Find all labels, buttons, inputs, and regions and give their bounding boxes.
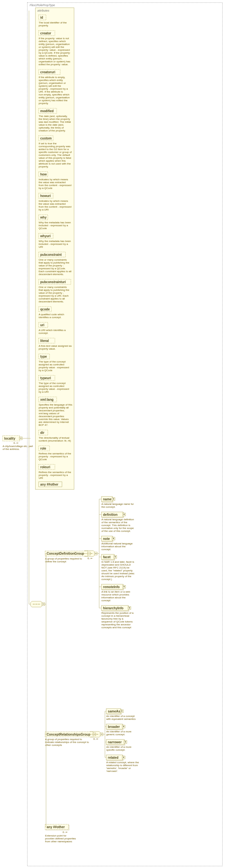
svg-point-148 — [39, 604, 39, 605]
svg-text:URI: URI — [39, 246, 43, 248]
svg-text:hierarchyInfo: hierarchyInfo — [103, 607, 123, 610]
svg-text:0..∞: 0..∞ — [63, 831, 67, 834]
svg-text:A free-text value assigned as: A free-text value assigned as — [39, 344, 72, 347]
svg-text:concept.: concept. — [102, 548, 111, 551]
svg-text:value is defined, specifies: value is defined, specifies — [39, 54, 68, 57]
svg-text:entity (person, organisation: entity (person, organisation — [39, 43, 70, 45]
svg-text:should be used instead.(was:: should be used instead.(was: — [102, 572, 135, 575]
svg-text:property value - expressed: property value - expressed — [39, 388, 69, 391]
svg-point-147 — [36, 604, 37, 605]
svg-text:An identifier of a more: An identifier of a more — [106, 746, 132, 748]
svg-text:of the semantics of the: of the semantics of the — [102, 521, 128, 524]
svg-text:One or many constraints: One or many constraints — [39, 286, 67, 288]
svg-text:related: related — [108, 756, 118, 760]
svg-text:broader: broader — [108, 725, 120, 728]
svg-text:xml:lang values of: xml:lang values of — [39, 412, 60, 415]
svg-text:concept.): concept.) — [102, 578, 112, 581]
svg-text:attribute is not used with the: attribute is not used with the — [39, 162, 71, 165]
attributes-container: attributesidThe local identifier of thep… — [35, 8, 74, 490]
svg-text:A link to an item or a web: A link to an item or a web — [102, 590, 131, 593]
svg-text:Each constraint applies to all: Each constraint applies to all — [39, 270, 72, 273]
svg-text:The directionality of textual: The directionality of textual — [39, 436, 69, 439]
svg-text:descendant elements.: descendant elements. — [39, 273, 64, 276]
svg-text:A group of properties required: A group of properties required to — [45, 738, 82, 741]
svg-text:sameAs: sameAs — [108, 710, 120, 713]
svg-text:from the content - expressed: from the content - expressed — [39, 184, 72, 187]
svg-text:property.: property. — [39, 24, 49, 27]
svg-text:+: + — [121, 710, 123, 713]
svg-text:descendant properties.: descendant properties. — [39, 409, 65, 412]
svg-point-256 — [97, 734, 98, 735]
svg-text:included - expressed by a: included - expressed by a — [39, 243, 68, 246]
svg-text:property and potentially all: property and potentially all — [39, 406, 69, 409]
svg-text:+: + — [113, 537, 114, 540]
svg-text:property - expressed by a: property - expressed by a — [39, 87, 68, 90]
svg-text:literal: literal — [40, 339, 49, 343]
svg-text:used, the "related" property: used, the "related" property — [102, 569, 133, 572]
svg-text:Refines the semantics of the: Refines the semantics of the — [39, 471, 71, 474]
svg-text:expressed by a URI. Each: expressed by a URI. Each — [39, 294, 68, 297]
svg-text:relationship is different from: relationship is different from — [106, 764, 138, 767]
svg-text:are determined by Internet: are determined by Internet — [39, 421, 69, 424]
svg-text:howuri: howuri — [40, 194, 51, 198]
svg-text:pubconstrainturi: pubconstrainturi — [40, 280, 66, 284]
svg-text:by a URI: by a URI — [39, 391, 49, 393]
svg-text:A city/town/village etc. part: A city/town/village etc. part — [3, 445, 33, 448]
svg-text:expressed by a QCode.: expressed by a QCode. — [39, 267, 66, 270]
svg-text:or system) has edited the: or system) has edited the — [39, 99, 67, 102]
svg-text:(person, organisation or: (person, organisation or — [39, 82, 66, 85]
svg-text:Indicates by which means: Indicates by which means — [39, 178, 68, 181]
svg-text:property.: property. — [39, 102, 49, 105]
svg-text:any ##other: any ##other — [40, 483, 58, 486]
svg-text:how: how — [40, 173, 47, 176]
svg-text:by a QCode: by a QCode — [39, 187, 53, 190]
svg-text:Represents the position of a: Represents the position of a — [102, 612, 134, 615]
svg-text:0..∞: 0..∞ — [93, 738, 98, 740]
svg-text:A URI which identifies a: A URI which identifies a — [39, 329, 66, 332]
svg-text:id: id — [40, 16, 43, 19]
svg-text:creator: creator — [40, 31, 51, 35]
svg-text:descendant elements.: descendant elements. — [39, 300, 64, 303]
svg-text:–: – — [93, 732, 95, 736]
svg-text:–: – — [95, 552, 96, 555]
svg-text:uri: uri — [40, 323, 45, 327]
svg-text:with equivalent semantics: with equivalent semantics — [106, 718, 136, 720]
svg-text:the concept.: the concept. — [102, 505, 116, 508]
svg-text:In NAR 1.8 and later, facet is: In NAR 1.8 and later, facet is — [102, 560, 134, 563]
svg-text:that apply to publishing the: that apply to publishing the — [39, 261, 69, 264]
svg-text:A related concept, where the: A related concept, where the — [106, 761, 139, 764]
svg-text:If the property: value is not: If the property: value is not — [39, 37, 69, 40]
svg-text:role: role — [40, 447, 46, 450]
svg-text:of the address.: of the address. — [3, 448, 20, 451]
svg-text:BCP 47.: BCP 47. — [39, 424, 48, 427]
conn-locality-seq — [22, 438, 31, 604]
svg-text:concept. This definition is: concept. This definition is — [102, 524, 131, 527]
svg-text:If set to true the: If set to true the — [39, 142, 57, 145]
schema-diagram: Flex1RolePropType locality – 0..∞ A city… — [0, 0, 226, 868]
svg-text:Extension point for: Extension point for — [45, 834, 67, 837]
svg-text:sequence of QCode tokens: sequence of QCode tokens — [102, 620, 133, 623]
svg-text:One or many constraints: One or many constraints — [39, 258, 67, 261]
svg-text:organisation or system) has: organisation or system) has — [39, 60, 70, 63]
svg-text:assigned as controlled: assigned as controlled — [39, 363, 64, 366]
svg-text:ConceptRelationshipsGroup: ConceptRelationshipsGroup — [47, 733, 90, 736]
svg-text:was last modified. The initial: was last modified. The initial — [38, 121, 71, 123]
svg-text:name: name — [103, 497, 112, 501]
svg-text:narrower: narrower — [108, 740, 122, 744]
svg-text:+: + — [129, 607, 130, 610]
svg-text:qcode: qcode — [40, 308, 50, 311]
svg-text:the value was extracted: the value was extracted — [39, 181, 66, 184]
svg-text:by a QCode. If the property:: by a QCode. If the property: — [39, 52, 70, 54]
type-label: Flex1RolePropType — [30, 3, 55, 7]
svg-text:If the attribute is empty,: If the attribute is empty, — [39, 76, 65, 79]
svg-text:property.: property. — [39, 165, 49, 168]
svg-text:concept in a hierarchical: concept in a hierarchical — [102, 615, 129, 617]
svg-text:+: + — [123, 756, 124, 759]
svg-text:A group of properties required: A group of properties required to — [45, 557, 82, 560]
svg-text:edited the property: value.: edited the property: value. — [39, 63, 68, 66]
svg-text:normative only for the scope: normative only for the scope — [102, 527, 134, 530]
svg-text:NOT (see RFC 2119) be: NOT (see RFC 2119) be — [102, 566, 130, 569]
svg-text:'narrower'.: 'narrower'. — [106, 770, 118, 773]
svg-text:A qualified code which: A qualified code which — [39, 313, 64, 316]
svg-text:pubconstraint: pubconstraint — [40, 253, 62, 256]
